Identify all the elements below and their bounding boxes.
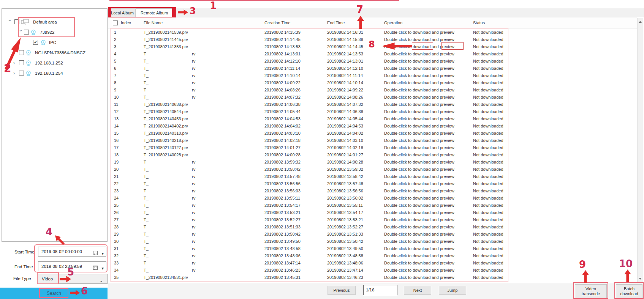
cell-index: 2 xyxy=(114,36,116,43)
col-status[interactable]: Status xyxy=(473,17,485,28)
cell-index: 16 xyxy=(114,137,119,144)
table-row[interactable]: 4T_rv20190802 14:13:0120190802 14:13:53D… xyxy=(0,50,637,58)
table-row[interactable]: 16T_20190802140218.prv20190802 14:02:182… xyxy=(0,137,637,144)
table-row[interactable]: 15T_20190802140310.prv20190802 14:03:102… xyxy=(0,130,637,137)
cell-index: 1 xyxy=(114,29,116,36)
cell-status: Not downloaded xyxy=(473,231,503,238)
cell-operation: Double-click to download and preview xyxy=(384,50,454,58)
table-row[interactable]: 33T_rv20190802 13:47:1420190802 13:48:06… xyxy=(0,260,637,267)
cell-index: 19 xyxy=(114,159,119,166)
cell-end-time: 20190802 13:50:42 xyxy=(327,238,363,245)
cell-status: Not downloaded xyxy=(473,101,503,108)
cell-file-name-prefix: T_ xyxy=(144,202,149,209)
cell-creation-time: 20190802 14:03:10 xyxy=(264,130,301,137)
cell-index: 30 xyxy=(114,238,119,245)
cell-end-time: 20190802 14:07:32 xyxy=(327,101,363,108)
cell-operation: Double-click to download and preview xyxy=(384,72,454,79)
cell-creation-time: 20190802 13:50:42 xyxy=(264,231,301,238)
col-index[interactable]: Index xyxy=(121,17,131,28)
scroll-up-icon[interactable] xyxy=(639,21,642,23)
table-row[interactable]: 20T_rv20190802 13:58:4220190802 13:59:32… xyxy=(0,166,637,173)
cell-creation-time: 20190802 13:48:06 xyxy=(264,252,301,260)
cell-index: 31 xyxy=(114,245,119,252)
table-row[interactable]: 12T_20190802140544.prv20190802 14:05:442… xyxy=(0,108,637,115)
cell-index: 15 xyxy=(114,130,119,137)
jump-button[interactable]: Jump xyxy=(439,286,466,295)
table-row[interactable]: 26T_rv20190802 13:53:2120190802 13:54:17… xyxy=(0,209,637,216)
table-row[interactable]: 34T_rv20190802 13:46:2320190802 13:47:14… xyxy=(0,267,637,274)
table-row[interactable]: 31T_rv20190802 13:48:5820190802 13:49:50… xyxy=(0,245,637,252)
cell-status: Not downloaded xyxy=(473,94,503,101)
previous-button[interactable]: Previous xyxy=(328,286,356,295)
cell-index: 20 xyxy=(114,166,119,173)
table-row[interactable]: 18T_20190802140028.prv20190802 14:00:282… xyxy=(0,151,637,159)
batch-download-button[interactable]: Batch download xyxy=(616,284,642,299)
cell-index: 11 xyxy=(114,101,118,108)
table-row[interactable]: 17T_20190802140127.prv20190802 14:01:272… xyxy=(0,144,637,151)
tab-local-album[interactable]: Local Album xyxy=(109,8,136,17)
collapse-icon[interactable]: › xyxy=(6,20,14,24)
table-row[interactable]: 32T_rv20190802 13:48:0620190802 13:48:58… xyxy=(0,252,637,260)
table-row[interactable]: 8T_rv20190802 14:09:2220190802 14:10:14D… xyxy=(0,79,637,87)
cell-file-name-suffix: rv xyxy=(192,216,195,223)
table-row[interactable]: 25T_rv20190802 13:54:1720190802 13:55:11… xyxy=(0,202,637,209)
select-all-checkbox[interactable] xyxy=(113,20,118,25)
table-row[interactable]: 27T_rv20190802 13:52:2720190802 13:53:21… xyxy=(0,216,637,223)
tab-remote-album[interactable]: Remote Album xyxy=(136,8,173,17)
table-row[interactable]: 2T_20190802141445.prv20190802 14:14:4520… xyxy=(0,36,637,43)
page-number-input[interactable]: 1/16 xyxy=(363,285,397,295)
cell-end-time: 20190802 13:55:11 xyxy=(327,202,363,209)
cell-creation-time: 20190802 14:05:44 xyxy=(264,108,301,115)
table-row[interactable]: 23T_rv20190802 13:56:0320190802 13:56:56… xyxy=(0,187,637,195)
cell-operation: Double-click to download and preview xyxy=(384,274,454,281)
cell-file-name-prefix: T_ xyxy=(144,166,149,173)
cell-file-name-prefix: T_ xyxy=(144,87,149,94)
table-row[interactable]: 13T_20190802140453.prv20190802 14:04:532… xyxy=(0,115,637,123)
cell-file-name-prefix: T_ xyxy=(144,245,149,252)
table-row[interactable]: 6T_rv20190802 14:11:1420190802 14:12:10D… xyxy=(0,65,637,72)
table-row[interactable]: 7T_rv20190802 14:10:1420190802 14:11:14D… xyxy=(0,72,637,79)
table-row[interactable]: 24T_rv20190802 13:55:1120190802 13:56:02… xyxy=(0,195,637,202)
cell-creation-time: 20190802 13:58:42 xyxy=(264,166,301,173)
table-row[interactable]: 14T_20190802140402.prv20190802 14:04:022… xyxy=(0,123,637,130)
col-file-name[interactable]: File Name xyxy=(144,17,163,28)
next-button[interactable]: Next xyxy=(404,286,431,295)
cell-file-name-prefix: T_ xyxy=(144,195,149,202)
checkbox[interactable] xyxy=(14,19,19,24)
cell-index: 17 xyxy=(114,144,119,151)
cell-end-time: 20190802 14:05:44 xyxy=(327,115,363,123)
cell-creation-time: 20190802 14:10:14 xyxy=(264,72,301,79)
annotation-number-5: 5 xyxy=(67,266,74,278)
table-row[interactable]: 21T_rv20190802 13:57:4820190802 13:58:42… xyxy=(0,173,637,180)
table-row[interactable]: 10T_rv20190802 14:07:3220190802 14:08:26… xyxy=(0,94,637,101)
cell-operation: Double-click to download and preview xyxy=(384,58,454,65)
cell-index: 14 xyxy=(114,123,119,130)
table-row[interactable]: 35T_20190802134531.prv20190802 13:45:312… xyxy=(0,274,637,281)
table-row[interactable]: 3T_20190802141353.prv20190802 14:13:5320… xyxy=(0,43,637,50)
table-row[interactable]: 19T_rv20190802 13:59:3220190802 14:00:28… xyxy=(0,159,637,166)
tree-item-default-area[interactable]: ›Default area xyxy=(2,18,107,26)
col-creation-time[interactable]: Creation Time xyxy=(264,17,290,28)
table-row[interactable]: 1T_20190802141539.prv20190802 14:15:3920… xyxy=(0,29,637,36)
table-row[interactable]: 9T_rv20190802 14:08:2620190802 14:09:22D… xyxy=(0,87,637,94)
table-row[interactable]: 30T_rv20190802 13:49:5020190802 13:50:42… xyxy=(0,238,637,245)
cell-end-time: 20190802 14:04:02 xyxy=(327,130,363,137)
cell-status: Not downloaded xyxy=(473,130,503,137)
cell-file-name-prefix: T_ xyxy=(144,238,149,245)
cell-end-time: 20190802 14:10:14 xyxy=(327,79,363,87)
cell-file-name: T_20190802140218.prv xyxy=(144,137,188,144)
table-row[interactable]: 28T_rv20190802 13:51:3320190802 13:52:27… xyxy=(0,223,637,231)
col-end-time[interactable]: End Time xyxy=(327,17,345,28)
scroll-down-icon[interactable] xyxy=(639,278,642,280)
table-row[interactable]: 22T_rv20190802 13:56:5620190802 13:57:48… xyxy=(0,180,637,187)
cell-operation: Double-click to download and preview xyxy=(384,223,454,231)
cell-file-name-suffix: rv xyxy=(192,79,195,87)
cell-creation-time: 20190802 14:15:39 xyxy=(264,29,301,36)
video-transcode-button[interactable]: Video transcode xyxy=(575,284,607,299)
table-row[interactable]: 11T_20190802140638.prv20190802 14:06:382… xyxy=(0,101,637,108)
table-row[interactable]: 29T_rv20190802 13:50:4220190802 13:51:33… xyxy=(0,231,637,238)
vertical-scrollbar[interactable] xyxy=(637,18,643,282)
search-button[interactable]: Search xyxy=(41,289,67,297)
table-row[interactable]: 5T_rv20190802 14:12:1020190802 14:13:01D… xyxy=(0,58,637,65)
col-operation[interactable]: Operation xyxy=(384,17,402,28)
